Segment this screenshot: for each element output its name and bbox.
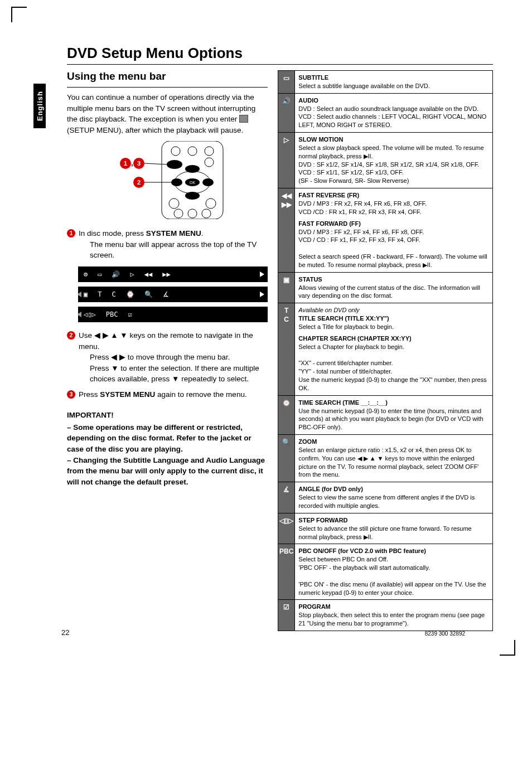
feature-title-2: CHAPTER SEARCH (CHAPTER XX:YY) — [298, 335, 489, 343]
svg-point-16 — [188, 209, 197, 218]
menu-strip-3: ◁▯▷ PBC ☑ — [78, 307, 268, 322]
feature-body: Stop playback, then select this to enter… — [298, 611, 489, 628]
strip2-i5: ∡ — [163, 290, 169, 298]
step1-text-b: . — [201, 229, 204, 237]
feature-body: Select an enlarge picture ratio : x1.5, … — [298, 446, 489, 479]
svg-text:3: 3 — [137, 160, 141, 167]
feature-desc-cell: STATUSAllows viewing of the current stat… — [295, 272, 493, 303]
svg-point-10 — [202, 178, 214, 186]
language-tab: English — [33, 84, 46, 128]
strip3-i2: ☑ — [128, 311, 132, 318]
svg-point-5 — [167, 160, 182, 169]
strip1-i1: ▭ — [98, 270, 101, 278]
feature-title: FAST REVERSE (FR) — [298, 191, 489, 200]
step-number-2: 2 — [67, 331, 75, 340]
feature-icon: ▶▶ — [279, 200, 293, 209]
section-rule — [67, 87, 268, 88]
feature-desc-cell: PBC ON/OFF (for VCD 2.0 with PBC feature… — [295, 544, 493, 600]
important-block: IMPORTANT! – Some operations may be diff… — [67, 410, 268, 487]
svg-point-17 — [202, 209, 211, 218]
feature-icon: ▷ — [279, 135, 293, 144]
feature-row: 🔊AUDIODVD : Select an audio soundtrack l… — [278, 93, 493, 132]
feature-desc-cell: AUDIODVD : Select an audio soundtrack la… — [295, 93, 493, 132]
svg-text:2: 2 — [137, 179, 141, 186]
feature-icon: ◁▯▷ — [279, 516, 293, 525]
feature-icon: PBC — [279, 547, 293, 556]
page-number: 22 — [61, 628, 69, 637]
feature-icon: ▭ — [279, 74, 293, 83]
feature-title: AUDIO — [298, 96, 489, 105]
feature-desc-cell: STEP FORWARDSelect to advance the still … — [295, 513, 493, 544]
strip3-i0: ◁▯▷ — [84, 311, 96, 318]
feature-row: ▷SLOW MOTIONSelect a slow playback speed… — [278, 133, 493, 188]
feature-row: 🔍ZOOMSelect an enlarge picture ratio : x… — [278, 435, 493, 482]
feature-icon: ∡ — [279, 485, 293, 494]
step-2: 2 Use ◀ ▶ ▲ ▼ keys on the remote to navi… — [67, 330, 268, 385]
content-columns: Using the menu bar You can continue a nu… — [67, 70, 493, 631]
strip2-i4: 🔍 — [144, 290, 153, 298]
feature-desc-cell: SLOW MOTIONSelect a slow playback speed.… — [295, 133, 493, 188]
feature-title: PBC ON/OFF (for VCD 2.0 with PBC feature… — [298, 547, 489, 555]
svg-text:OK: OK — [190, 181, 195, 185]
feature-row: TCAvailable on DVD onlyTITLE SEARCH (TIT… — [278, 303, 493, 395]
feature-title: STEP FORWARD — [298, 516, 489, 525]
important-heading: IMPORTANT! — [67, 410, 268, 421]
svg-point-4 — [205, 158, 214, 167]
feature-body: Select between PBC On and Off. 'PBC OFF'… — [298, 555, 489, 597]
feature-row: ▣STATUSAllows viewing of the current sta… — [278, 272, 493, 303]
right-column: ▭SUBTITLESelect a subtitle language avai… — [278, 70, 493, 631]
feature-desc-cell: ANGLE (for DVD only)Select to view the s… — [295, 482, 493, 513]
feature-body: Use the numeric keypad (0-9) to enter th… — [298, 407, 489, 432]
setup-menu-icon — [239, 115, 248, 123]
feature-title: SLOW MOTION — [298, 135, 489, 144]
feature-row: PBCPBC ON/OFF (for VCD 2.0 with PBC feat… — [278, 544, 493, 600]
step2-text-c: Press ▼ to enter the selection. If there… — [90, 363, 268, 385]
feature-icon: ◀◀ — [279, 191, 293, 200]
feature-icon: 🔊 — [279, 96, 293, 105]
feature-row: ◀◀▶▶FAST REVERSE (FR)DVD / MP3 : FR x2, … — [278, 188, 493, 273]
feature-row: ▭SUBTITLESelect a subtitle language avai… — [278, 71, 493, 94]
step3-text-b: again to remove the menu. — [157, 390, 247, 399]
feature-title: SUBTITLE — [298, 74, 489, 82]
feature-icon-cell: TC — [278, 303, 295, 395]
step2-text-b: Press ◀ ▶ to move through the menu bar. — [90, 352, 268, 363]
strip1-i5: ▶▶ — [162, 270, 170, 278]
footer-code: 8239 300 32892 — [425, 631, 465, 637]
feature-icon: ☑ — [279, 603, 293, 612]
feature-desc-cell: FAST REVERSE (FR)DVD / MP3 : FR x2, FR x… — [295, 188, 493, 273]
left-column: Using the menu bar You can continue a nu… — [67, 70, 268, 631]
strip2-i0: ▣ — [84, 290, 88, 298]
arrow-left-icon — [77, 312, 81, 317]
feature-icon-cell: 🔊 — [278, 93, 295, 132]
feature-icon: 🔍 — [279, 438, 293, 447]
feature-body: DVD / MP3 : FR x2, FR x4, FR x6, FR x8, … — [298, 200, 489, 216]
strip1-i0: ⚙ — [84, 270, 88, 278]
feature-body: Select to view the same scene from diffe… — [298, 493, 489, 510]
section-heading: Using the menu bar — [67, 70, 268, 83]
feature-title: TIME SEARCH (TIME __:__:__) — [298, 399, 489, 407]
feature-title-2: FAST FORWARD (FF) — [298, 220, 489, 228]
feature-body-2: Select a Chapter for playback to begin. … — [298, 343, 489, 392]
feature-row: ◁▯▷STEP FORWARDSelect to advance the sti… — [278, 513, 493, 544]
arrow-left-icon — [77, 292, 81, 297]
feature-icon: C — [279, 315, 293, 324]
feature-icon-cell: ☑ — [278, 600, 295, 631]
svg-text:,: , — [131, 159, 133, 167]
step1-sub: The menu bar will appear across the top … — [90, 239, 268, 261]
menu-strip-1: ⚙ ▭ 🔊 ▷ ◀◀ ▶▶ — [78, 266, 268, 282]
intro-text-b: (SETUP MENU), after which the playback w… — [67, 126, 243, 134]
step1-bold: SYSTEM MENU — [146, 229, 201, 237]
feature-icon-cell: PBC — [278, 544, 295, 600]
feature-title: ZOOM — [298, 438, 489, 446]
feature-row: ☑PROGRAMStop playback, then select this … — [278, 600, 493, 631]
feature-icon-cell: ▣ — [278, 272, 295, 303]
feature-body: Select a subtitle language available on … — [298, 82, 489, 90]
svg-line-23 — [144, 163, 167, 164]
svg-point-12 — [185, 192, 200, 200]
feature-desc-cell: PROGRAMStop playback, then select this t… — [295, 600, 493, 631]
strip1-i3: ▷ — [130, 270, 134, 278]
strip2-i3: ⌚ — [126, 290, 134, 298]
feature-desc-cell: SUBTITLESelect a subtitle language avail… — [295, 71, 493, 94]
arrow-right-icon — [260, 272, 264, 277]
title-rule — [67, 64, 493, 65]
